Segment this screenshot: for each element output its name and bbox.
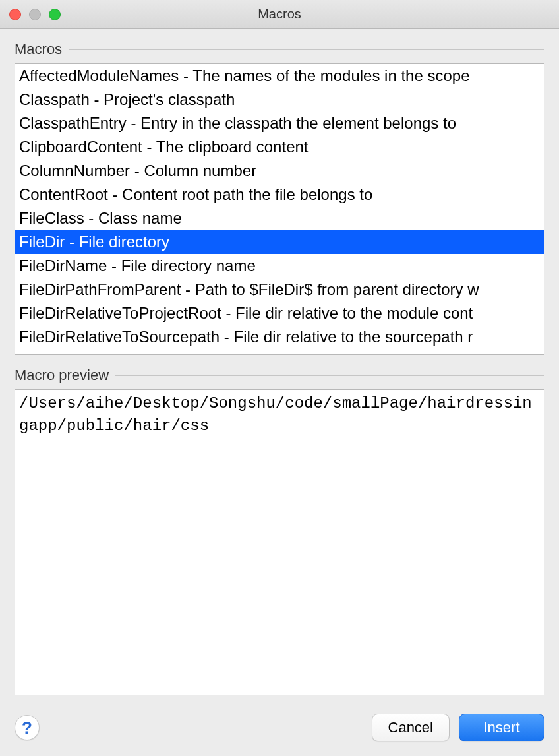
macro-list-item[interactable]: FileDirRelativeToSourcepath - File dir r… [15,325,544,349]
macros-group-label: Macros [15,41,544,58]
help-button[interactable]: ? [15,715,40,740]
macro-preview-group-label: Macro preview [15,367,544,384]
close-window-button[interactable] [9,9,21,20]
macro-preview-box: /Users/aihe/Desktop/Songshu/code/smallPa… [15,389,544,695]
window-title: Macros [0,7,559,22]
dialog-content: Macros AffectedModuleNames - The names o… [0,29,559,709]
macro-list-item[interactable]: Classpath - Project's classpath [15,88,544,111]
macro-list-item[interactable]: ClipboardContent - The clipboard content [15,135,544,159]
cancel-button[interactable]: Cancel [372,714,450,741]
macro-list-item[interactable]: FileDirPathFromParent - Path to $FileDir… [15,278,544,301]
macro-preview-group-label-text: Macro preview [15,367,109,384]
minimize-window-button[interactable] [29,9,41,20]
traffic-lights [0,9,61,20]
macro-list-item[interactable]: AffectedModuleNames - The names of the m… [15,64,544,88]
titlebar: Macros [0,0,559,29]
macro-list-item[interactable]: FileDirName - File directory name [15,254,544,278]
macro-list-item[interactable]: ContentRoot - Content root path the file… [15,183,544,206]
macros-group-label-text: Macros [15,41,62,58]
macro-list-item[interactable]: FileClass - Class name [15,206,544,230]
macros-list[interactable]: AffectedModuleNames - The names of the m… [15,63,544,355]
macro-list-item[interactable]: ClasspathEntry - Entry in the classpath … [15,111,544,135]
zoom-window-button[interactable] [49,9,61,20]
macro-list-item[interactable]: ColumnNumber - Column number [15,159,544,183]
dialog-footer: ? Cancel Insert [0,709,559,756]
macro-list-item[interactable]: FileDirRelativeToProjectRoot - File dir … [15,301,544,325]
macro-list-item[interactable]: FileDir - File directory [15,230,544,254]
insert-button[interactable]: Insert [459,714,544,741]
